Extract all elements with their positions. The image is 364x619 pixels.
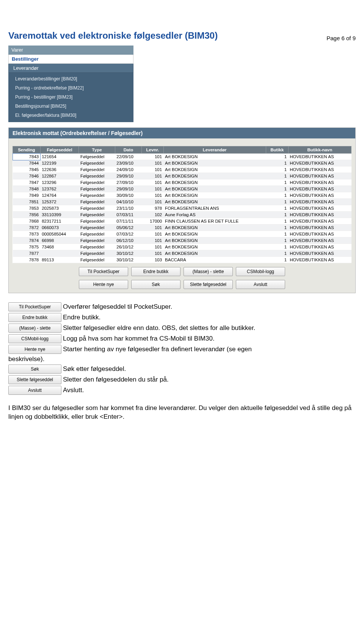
cell: 978 bbox=[142, 205, 163, 212]
cell: 07/03/11 bbox=[115, 212, 142, 218]
col-2[interactable]: Type bbox=[79, 146, 115, 154]
description-text: Søk etter følgeseddel. bbox=[63, 365, 126, 373]
table-row[interactable]: 7847123296Følgeseddel27/09/10101Art BOKD… bbox=[13, 179, 351, 186]
page-heading: Varemottak ved elektroniske følgesedler … bbox=[8, 30, 364, 41]
avslutt-button[interactable]: Avslutt bbox=[8, 386, 61, 395]
cell: Art BOKDESIGN bbox=[163, 154, 266, 160]
nav-item-bim23[interactable]: Purring - bestillinger [BIM23] bbox=[8, 93, 133, 102]
table-row[interactable]: 7848123762Følgeseddel29/09/10101Art BOKD… bbox=[13, 186, 351, 192]
col-0[interactable]: Sending bbox=[13, 146, 41, 154]
button-descriptions: Til PocketSuperOverfører følgeseddel til… bbox=[8, 302, 356, 395]
table-row[interactable]: 78720660073Følgeseddel05/06/12101Art BOK… bbox=[13, 225, 351, 231]
table-row[interactable]: 787889113Følgeseddel30/10/12103BACCARA1H… bbox=[13, 257, 351, 263]
cell: 101 bbox=[142, 244, 163, 250]
cell: 7851 bbox=[13, 199, 41, 205]
cell: 101 bbox=[142, 186, 163, 192]
til-pocketsuper-button[interactable]: Til PocketSuper bbox=[8, 302, 61, 311]
hente-nye-button[interactable]: Hente nye bbox=[79, 280, 128, 289]
nav-bestillinger[interactable]: Bestillinger bbox=[8, 55, 133, 64]
cell: 124764 bbox=[40, 192, 79, 199]
cell: 05/06/12 bbox=[115, 225, 142, 231]
cell: 123296 bbox=[40, 179, 79, 186]
table-row[interactable]: 785633110399Følgeseddel07/03/11102Aune F… bbox=[13, 212, 351, 218]
cell: 17000 bbox=[142, 218, 163, 225]
table-row[interactable]: 7844122199Følgeseddel23/09/10101Art BOKD… bbox=[13, 160, 351, 167]
nav-item-bim25[interactable]: Bestillingsjournal [BIM25] bbox=[8, 102, 133, 111]
cell: Følgeseddel bbox=[79, 257, 115, 263]
nav-item-bim22[interactable]: Purring - ordrebekreftelse [BIM22] bbox=[8, 83, 133, 93]
cell: 0000585044 bbox=[40, 231, 79, 237]
table-row[interactable]: 7846122867Følgeseddel29/09/10101Art BOKD… bbox=[13, 173, 351, 179]
table-row[interactable]: 787466998Følgeseddel06/12/10101Art BOKDE… bbox=[13, 237, 351, 244]
col-7[interactable]: Butikk-navn bbox=[288, 146, 351, 154]
cell: 7877 bbox=[13, 250, 41, 257]
table-row[interactable]: 78730000585044Følgeseddel07/03/12101Art … bbox=[13, 231, 351, 237]
cell: BACCARA bbox=[163, 257, 266, 263]
col-5[interactable]: Leverandør bbox=[163, 146, 266, 154]
cell: Art BOKDESIGN bbox=[163, 237, 266, 244]
cell: 122867 bbox=[40, 173, 79, 179]
panel-title: Elektronisk mottat (Ordrebekreftelser / … bbox=[9, 128, 355, 138]
nav-item-bim30[interactable]: El. følgesedler/faktura [BIM30] bbox=[8, 111, 133, 120]
cell: 0660073 bbox=[40, 225, 79, 231]
s-k-button[interactable]: Søk bbox=[8, 364, 61, 374]
table-row[interactable]: 787573468Følgeseddel26/10/12101Art BOKDE… bbox=[13, 244, 351, 250]
cell: 27/09/10 bbox=[115, 179, 142, 186]
cell: Art BOKDESIGN bbox=[163, 167, 266, 173]
cell: 7873 bbox=[13, 231, 41, 237]
cell: Art BOKDESIGN bbox=[163, 199, 266, 205]
cell: HOVEDBUTIKKEN AS bbox=[288, 192, 351, 199]
cell: HOVEDBUTIKKEN AS bbox=[288, 173, 351, 179]
csmobil-logg-button[interactable]: CSMobil-logg bbox=[236, 267, 285, 276]
cell: 1 bbox=[266, 231, 288, 237]
cell: 1 bbox=[266, 192, 288, 199]
cell: 125372 bbox=[40, 199, 79, 205]
til-pocketsuper-button[interactable]: Til PocketSuper bbox=[79, 267, 128, 276]
-masse-slette-button[interactable]: (Masse) - slette bbox=[8, 324, 61, 333]
cell: Følgeseddel bbox=[79, 154, 115, 160]
col-3[interactable]: Dato bbox=[115, 146, 142, 154]
cell: 73468 bbox=[40, 244, 79, 250]
cell: Art BOKDESIGN bbox=[163, 179, 266, 186]
nav-item-bim20[interactable]: Leverandørbestillinger [BIM20] bbox=[8, 74, 133, 83]
cell: 30/09/10 bbox=[115, 192, 142, 199]
col-6[interactable]: Butikk bbox=[266, 146, 288, 154]
csmobil-logg-button[interactable]: CSMobil-logg bbox=[8, 334, 61, 343]
table-row[interactable]: 7845122636Følgeseddel24/09/10101Art BOKD… bbox=[13, 167, 351, 173]
cell: 122199 bbox=[40, 160, 79, 167]
nav-leverandor[interactable]: Leverandør bbox=[8, 64, 133, 73]
table-row[interactable]: 78532025873Følgeseddel23/11/10978FORLAGS… bbox=[13, 205, 351, 212]
table-row[interactable]: 7851125372Følgeseddel04/10/10101Art BOKD… bbox=[13, 199, 351, 205]
cell: Følgeseddel bbox=[79, 173, 115, 179]
table-row[interactable]: 7843121654Følgeseddel22/09/10101Art BOKD… bbox=[13, 154, 351, 160]
cell: 1 bbox=[266, 237, 288, 244]
cell: 1 bbox=[266, 154, 288, 160]
col-1[interactable]: Følgeseddel bbox=[40, 146, 79, 154]
-masse-slette-button[interactable]: (Masse) - slette bbox=[184, 267, 233, 276]
table-row[interactable]: 7877Følgeseddel30/10/12101Art BOKDESIGN1… bbox=[13, 250, 351, 257]
cell: 7847 bbox=[13, 179, 41, 186]
endre-butikk-button[interactable]: Endre butikk bbox=[8, 313, 61, 322]
cell: Følgeseddel bbox=[79, 179, 115, 186]
cell: 89113 bbox=[40, 257, 79, 263]
cell: 101 bbox=[142, 192, 163, 199]
col-4[interactable]: Levnr. bbox=[142, 146, 163, 154]
s-k-button[interactable]: Søk bbox=[131, 280, 180, 289]
folgeseddel-table[interactable]: SendingFølgeseddelTypeDatoLevnr.Leverand… bbox=[13, 146, 351, 263]
cell: 1 bbox=[266, 225, 288, 231]
table-row[interactable]: 786882317211Følgeseddel07/11/1117000FINN… bbox=[13, 218, 351, 225]
cell: 7853 bbox=[13, 205, 41, 212]
nav-varer[interactable]: Varer bbox=[8, 46, 133, 55]
endre-butikk-button[interactable]: Endre butikk bbox=[131, 267, 180, 276]
cell: Følgeseddel bbox=[79, 218, 115, 225]
slette-f-lgeseddel-button[interactable]: Slette følgeseddel bbox=[184, 280, 233, 289]
avslutt-button[interactable]: Avslutt bbox=[236, 280, 285, 289]
cell: 7868 bbox=[13, 218, 41, 225]
table-row[interactable]: 7849124764Følgeseddel30/09/10101Art BOKD… bbox=[13, 192, 351, 199]
cell: HOVEDBUTIKKEN AS bbox=[288, 212, 351, 218]
hente-nye-button[interactable]: Hente nye bbox=[8, 345, 61, 354]
cell: 121654 bbox=[40, 154, 79, 160]
cell: 33110399 bbox=[40, 212, 79, 218]
slette-f-lgeseddel-button[interactable]: Slette følgeseddel bbox=[8, 375, 61, 384]
cell: Art BOKDESIGN bbox=[163, 250, 266, 257]
